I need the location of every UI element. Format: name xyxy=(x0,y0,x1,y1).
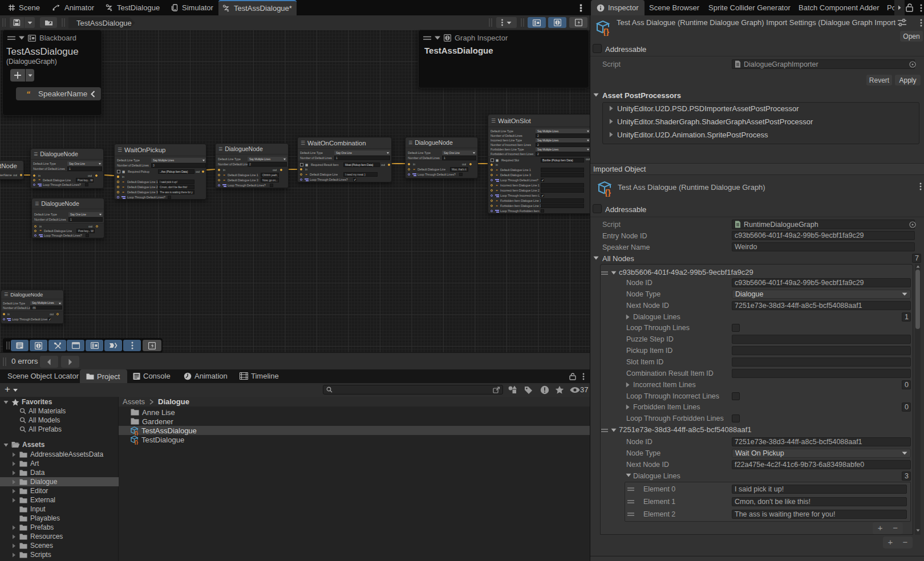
svg-text:{}: {} xyxy=(603,27,609,36)
svg-text:{}: {} xyxy=(605,188,611,197)
svg-text:{}: {} xyxy=(135,440,139,445)
